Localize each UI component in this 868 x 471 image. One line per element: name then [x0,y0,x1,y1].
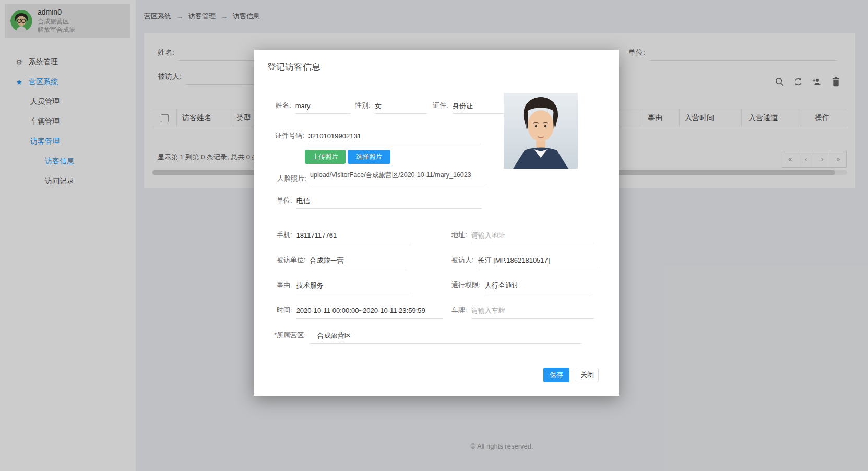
plate-field: 车牌: [451,305,594,319]
gender-input[interactable] [375,101,427,114]
name-input[interactable] [295,101,350,114]
modal-row-id-number: 证件号码: [275,131,481,144]
address-label: 地址: [451,230,467,243]
permission-label: 通行权限: [451,280,481,293]
camp-field: *所属营区: [274,331,581,344]
camp-label: *所属营区: [274,331,306,344]
plate-label: 车牌: [451,305,467,319]
app-screen: admin0 合成旅营区 解放军合成旅 ⚙ 系统管理 ★ 营区系统 人员管理 车… [0,0,868,471]
register-visitor-modal: 登记访客信息 姓名: 性别: 证件: 证件号码: 上传照片 选择照片 [254,50,619,396]
id-type-input[interactable] [453,101,507,114]
name-label: 姓名: [276,101,291,114]
gender-field: 性别: [355,101,427,114]
modal-actions: 保存 关闭 [543,368,599,382]
id-number-input[interactable] [308,131,481,144]
visitee-label: 被访人: [451,255,474,268]
id-number-label: 证件号码: [275,131,304,144]
id-type-field: 证件: [433,101,507,114]
modal-row-unit: 单位: [277,196,482,209]
unit-input[interactable] [296,196,482,209]
visitee-field: 被访人: [451,255,601,268]
gender-label: 性别: [355,101,371,114]
choose-photo-button[interactable]: 选择照片 [348,150,390,164]
plate-input[interactable] [471,305,594,319]
id-type-label: 证件: [433,101,448,114]
permission-field: 通行权限: [451,280,592,293]
phone-label: 手机: [277,230,292,243]
visited-unit-input[interactable] [310,255,407,268]
time-label: 时间: [277,305,292,319]
modal-title: 登记访客信息 [267,61,320,73]
face-photo-buttons: 上传照片 选择照片 [305,150,390,164]
face-photo-label: 人脸照片: [277,174,306,183]
id-number-field: 证件号码: [275,131,481,144]
permission-input[interactable] [485,280,592,293]
camp-input[interactable] [310,331,581,344]
address-field: 地址: [451,230,594,243]
face-photo-path: upload/VisitorFace/合成旅营区/2020-10-11/mary… [310,171,487,184]
visitor-face-photo [504,93,578,169]
visited-unit-label: 被访单位: [277,255,306,268]
reason-input[interactable] [296,280,411,293]
visited-unit-field: 被访单位: [277,255,407,268]
unit-field: 单位: [277,196,482,209]
unit-label: 单位: [277,196,292,209]
time-range-input[interactable] [296,305,443,319]
save-button[interactable]: 保存 [543,368,569,382]
reason-field: 事由: [277,280,411,293]
modal-row-camp: *所属营区: [274,331,581,344]
reason-label: 事由: [277,280,292,293]
address-input[interactable] [471,230,594,243]
upload-photo-button[interactable]: 上传照片 [305,150,346,164]
phone-field: 手机: [277,230,411,243]
close-button[interactable]: 关闭 [576,368,599,382]
name-field: 姓名: [276,101,350,114]
visitee-input[interactable] [478,255,601,268]
time-field: 时间: [277,305,443,319]
phone-input[interactable] [296,230,411,243]
